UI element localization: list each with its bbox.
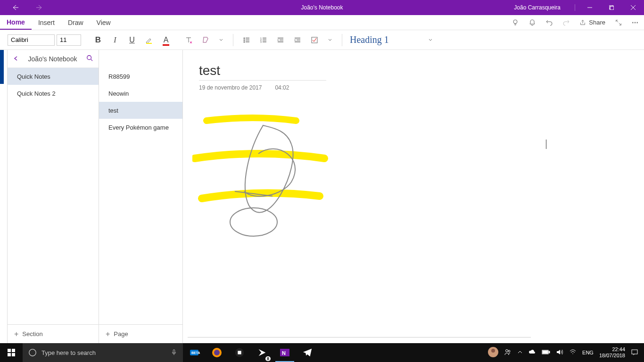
add-page-button[interactable]: + Page — [99, 324, 182, 343]
notebook-name[interactable]: João's Notebook — [28, 55, 77, 63]
user-name[interactable]: João Carrasqueira — [514, 4, 575, 11]
highlight-button[interactable] — [141, 33, 157, 48]
nav-back-button[interactable] — [10, 3, 20, 12]
page-item[interactable]: R88599 — [99, 68, 182, 85]
tray-onedrive-icon[interactable] — [528, 348, 536, 357]
taskbar-app-onenote[interactable]: N — [273, 343, 296, 362]
font-color-button[interactable]: A — [158, 33, 173, 48]
text-cursor — [546, 140, 546, 149]
tray-people-icon[interactable] — [504, 348, 512, 357]
page-title[interactable]: test — [199, 63, 326, 81]
svg-rect-45 — [543, 351, 548, 354]
svg-rect-31 — [173, 349, 175, 353]
page-item[interactable]: Every Pokémon game — [99, 119, 182, 136]
todo-tag-button[interactable] — [307, 33, 322, 48]
taskbar-app-edge[interactable]: BETA — [183, 343, 206, 362]
taskbar-app-firefox[interactable] — [206, 343, 228, 362]
redo-button[interactable] — [558, 15, 575, 30]
page-item[interactable]: Neowin — [99, 85, 182, 102]
taskbar-app-telegram[interactable] — [296, 343, 319, 362]
taskbar-search[interactable]: Type here to search — [23, 343, 183, 362]
menubar: Home Insert Draw View Share ⋯ — [0, 15, 644, 30]
section-item[interactable]: Quick Notes 2 — [8, 85, 99, 102]
tray-chevron-up-icon[interactable] — [517, 349, 523, 356]
section-tab-2[interactable] — [0, 67, 4, 84]
svg-rect-17 — [278, 38, 283, 39]
tray-wifi-icon[interactable] — [569, 348, 577, 357]
svg-rect-46 — [632, 350, 637, 354]
ink-drawing — [192, 111, 362, 262]
lightbulb-icon[interactable] — [507, 15, 524, 30]
tray-language[interactable]: ENG — [582, 350, 594, 355]
footer-divider — [188, 337, 531, 337]
mic-icon[interactable] — [171, 349, 177, 357]
tab-home[interactable]: Home — [0, 15, 32, 30]
tray-battery-icon[interactable] — [542, 349, 550, 356]
svg-rect-10 — [246, 41, 249, 42]
indent-button[interactable] — [290, 33, 305, 48]
style-selector[interactable]: Heading 1 — [348, 33, 414, 47]
svg-point-24 — [87, 56, 91, 60]
tray-avatar[interactable] — [488, 347, 498, 358]
underline-button[interactable]: U — [124, 33, 140, 48]
svg-rect-20 — [295, 38, 300, 39]
svg-rect-23 — [312, 37, 317, 43]
page-date: 19 de novembro de 2017 04:02 — [199, 84, 628, 91]
svg-rect-26 — [8, 349, 11, 352]
fullscreen-button[interactable] — [610, 15, 627, 30]
clear-formatting-button[interactable] — [181, 33, 196, 48]
svg-point-3 — [513, 20, 517, 24]
maximize-button[interactable] — [601, 0, 622, 15]
add-page-label: Page — [114, 330, 128, 337]
add-section-button[interactable]: + Section — [8, 324, 99, 343]
tab-insert[interactable]: Insert — [32, 15, 61, 30]
svg-rect-8 — [246, 38, 249, 39]
more-button[interactable]: ⋯ — [627, 15, 644, 30]
format-painter-button[interactable] — [198, 33, 213, 48]
taskbar-app-app4[interactable]: 8 — [251, 343, 273, 362]
tray-volume-icon[interactable] — [556, 348, 563, 357]
tray-clock[interactable]: 22:44 18/07/2018 — [599, 346, 625, 359]
section-item[interactable]: Quick Notes — [8, 68, 99, 85]
font-name-input[interactable]: Calibri — [8, 34, 55, 46]
share-button[interactable]: Share — [575, 15, 610, 30]
numbering-button[interactable]: 123 — [256, 33, 271, 48]
svg-rect-27 — [12, 349, 15, 352]
font-more-dropdown[interactable] — [215, 33, 227, 48]
svg-rect-18 — [280, 40, 283, 41]
start-button[interactable] — [0, 343, 23, 362]
plus-icon: + — [14, 330, 18, 338]
svg-rect-1 — [610, 6, 614, 10]
italic-button[interactable]: I — [107, 33, 123, 48]
paragraph-more-dropdown[interactable] — [324, 33, 336, 48]
tray-notifications-icon[interactable] — [631, 348, 638, 357]
toolbar: Calibri 11 B I U A 123 Heading 1 — [0, 30, 644, 50]
section-color-tabs[interactable] — [0, 50, 8, 343]
style-dropdown[interactable] — [424, 33, 437, 48]
page-canvas[interactable]: test 19 de novembro de 2017 04:02 — [183, 50, 644, 343]
svg-rect-21 — [297, 40, 300, 41]
svg-rect-9 — [246, 40, 249, 41]
tab-draw[interactable]: Draw — [61, 15, 90, 30]
font-size-input[interactable]: 11 — [57, 34, 81, 46]
page-item[interactable]: test — [99, 102, 182, 119]
outdent-button[interactable] — [273, 33, 288, 48]
close-button[interactable] — [622, 0, 644, 15]
minimize-button[interactable] — [579, 0, 601, 15]
share-label: Share — [589, 19, 605, 26]
svg-rect-19 — [278, 41, 283, 42]
undo-button[interactable] — [541, 15, 558, 30]
section-pane: João's Notebook Quick Notes Quick Notes … — [8, 50, 99, 343]
bullets-button[interactable] — [239, 33, 254, 48]
bell-icon[interactable] — [524, 15, 541, 30]
tab-view[interactable]: View — [90, 15, 117, 30]
taskbar-app-app3[interactable] — [228, 343, 251, 362]
section-tab-1[interactable] — [0, 50, 4, 67]
notebook-back-button[interactable] — [13, 55, 19, 63]
bold-button[interactable]: B — [91, 33, 106, 48]
svg-point-6 — [244, 39, 245, 41]
nav-forward-button[interactable] — [35, 3, 44, 12]
plus-icon: + — [106, 330, 110, 338]
search-button[interactable] — [86, 55, 93, 63]
taskbar: Type here to search BETA 8 N ENG 22:44 1… — [0, 343, 644, 362]
